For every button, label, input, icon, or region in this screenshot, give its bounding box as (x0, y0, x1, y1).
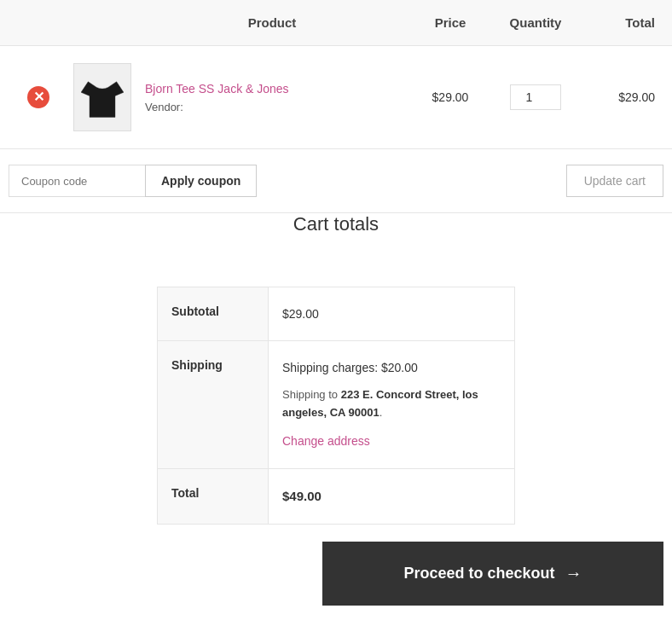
total-value: $49.00 (269, 469, 514, 524)
total-row: Total $49.00 (158, 469, 514, 524)
header-product-col: Product (136, 15, 408, 30)
tshirt-svg (81, 74, 124, 121)
coupon-row: Apply coupon Update cart (0, 149, 672, 213)
shipping-charges: Shipping charges: $20.00 (282, 361, 418, 374)
header-quantity-col: Quantity (493, 15, 578, 30)
cart-totals-wrapper: Cart totals Subtotal $29.00 Shipping Shi… (0, 213, 672, 542)
remove-button[interactable]: ✕ (9, 86, 68, 108)
change-address-link[interactable]: Change address (282, 432, 501, 450)
apply-coupon-button[interactable]: Apply coupon (145, 165, 257, 197)
total-label: Total (158, 469, 269, 524)
product-total: $29.00 (578, 90, 663, 104)
shipping-row: Shipping Shipping charges: $20.00 Shippi… (158, 341, 514, 468)
product-info: Bjorn Tee SS Jack & Jones Vendor: (136, 82, 408, 113)
cart-totals-section: Subtotal $29.00 Shipping Shipping charge… (9, 252, 663, 542)
shipping-label: Shipping (158, 341, 269, 467)
product-image-box (73, 63, 131, 131)
shipping-value: Shipping charges: $20.00 Shipping to 223… (269, 341, 514, 467)
checkout-arrow-icon: → (565, 564, 582, 583)
cart-row: ✕ Bjorn Tee SS Jack & Jones Vendor: $29.… (0, 46, 672, 149)
shipping-address-text: Shipping to (282, 388, 338, 401)
quantity-field[interactable] (493, 84, 578, 110)
product-name-link[interactable]: Bjorn Tee SS Jack & Jones (145, 82, 289, 96)
coupon-input[interactable] (9, 165, 145, 197)
subtotal-label: Subtotal (158, 287, 269, 340)
checkout-label: Proceed to checkout (403, 565, 554, 583)
cart-totals-title: Cart totals (9, 213, 663, 235)
subtotal-value: $29.00 (269, 287, 514, 340)
header-price-col: Price (408, 15, 493, 30)
product-vendor: Vendor: (145, 101, 408, 113)
update-cart-button[interactable]: Update cart (566, 165, 663, 197)
cart-table-header: Product Price Quantity Total (0, 0, 672, 46)
checkout-section: Proceed to checkout → (0, 542, 672, 606)
remove-icon[interactable]: ✕ (27, 86, 49, 108)
shipping-address-end: . (379, 406, 383, 419)
header-total-col: Total (578, 15, 663, 30)
product-price: $29.00 (408, 90, 493, 104)
subtotal-row: Subtotal $29.00 (158, 287, 514, 341)
shipping-address: Shipping to 223 E. Concord Street, los a… (282, 386, 501, 422)
coupon-left: Apply coupon (9, 165, 257, 197)
proceed-to-checkout-button[interactable]: Proceed to checkout → (322, 542, 663, 606)
quantity-input[interactable] (510, 84, 561, 110)
product-image (68, 63, 136, 131)
cart-totals-box: Subtotal $29.00 Shipping Shipping charge… (157, 287, 515, 525)
